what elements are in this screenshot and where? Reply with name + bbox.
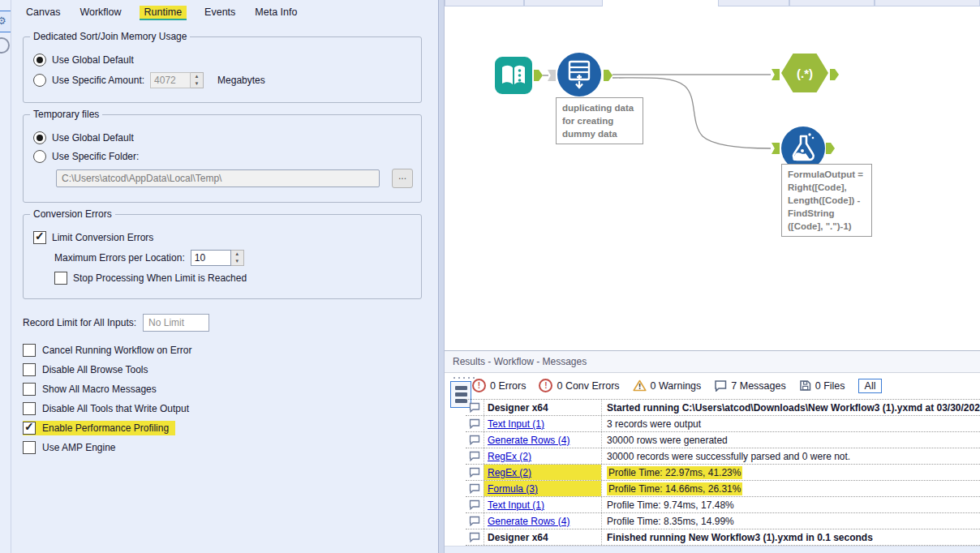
message-bubble-icon [469,402,480,413]
conv-errors-filter[interactable]: ! 0 Conv Errors [539,379,619,392]
table-row[interactable]: Generate Rows (4) Profile Time: 8.35ms, … [466,513,980,529]
option-label: Enable Performance Profiling [42,422,169,434]
message-source-link[interactable]: Text Input (1) [488,499,544,511]
list-icon [455,386,467,390]
tab-runtime[interactable]: Runtime [140,6,187,20]
generate-rows-icon [557,53,601,96]
text-input-tool[interactable] [495,57,532,94]
memory-use-specific-radio[interactable] [33,74,46,87]
temporary-files-group: Temporary files Use Global Default Use S… [23,114,422,203]
disable-browse-checkbox[interactable] [23,363,36,376]
option-amp-engine[interactable]: Use AMP Engine [23,440,122,455]
table-row[interactable]: RegEx (2) 30000 records were successfull… [466,448,980,465]
spinner-up-icon[interactable]: ▲ [191,73,203,80]
message-text: Profile Time: 14.66ms, 26.31% [607,482,742,495]
table-row[interactable]: Formula (3) Profile Time: 14.66ms, 26.31… [466,481,980,497]
formula-annotation[interactable]: FormulaOutput = Right([Code], Length([Co… [781,164,872,237]
memory-amount-spinner[interactable]: 4072 ▲ ▼ [150,72,204,88]
errors-filter[interactable]: ! 0 Errors [472,379,526,392]
option-performance-profiling[interactable]: Enable Performance Profiling [23,421,175,435]
configuration-gear-button[interactable]: ⚙ [0,11,11,32]
warning-icon [633,379,647,392]
amp-engine-checkbox[interactable] [23,441,36,454]
option-show-macro-messages[interactable]: Show All Macro Messages [23,382,163,397]
record-limit-input[interactable]: No Limit [143,314,209,332]
message-source: Designer x64 [488,402,548,414]
messages-filter[interactable]: 7 Messages [714,379,785,392]
memory-usage-group-title: Dedicated Sort/Join Memory Usage [30,31,190,42]
table-row[interactable]: Designer x64 Finished running New Workfl… [466,529,980,546]
max-errors-value[interactable]: 10 [191,250,231,266]
conversion-errors-group-title: Conversion Errors [30,208,115,220]
message-bubble-icon [714,379,727,392]
record-limit-label: Record Limit for All Inputs: [23,317,136,328]
temp-use-specific-radio[interactable] [33,150,46,163]
stop-processing-checkbox[interactable] [54,272,67,285]
temporary-files-group-title: Temporary files [30,109,102,120]
spinner-up-icon[interactable]: ▲ [231,251,243,258]
option-label: Use AMP Engine [42,442,116,453]
tab-events[interactable]: Events [203,6,237,20]
performance-profiling-checkbox[interactable] [23,422,36,435]
message-source: Designer x64 [488,532,548,543]
message-source-link[interactable]: Formula (3) [488,483,538,495]
table-row[interactable]: Text Input (1) 3 records were output [466,416,980,432]
spinner-down-icon[interactable]: ▼ [231,258,243,265]
spinner-down-icon[interactable]: ▼ [191,80,203,88]
table-row[interactable]: RegEx (2) Profile Time: 22.97ms, 41.23% [466,465,980,481]
tab-meta-info[interactable]: Meta Info [253,6,299,20]
message-text: Profile Time: 22.97ms, 41.23% [607,466,742,479]
message-source-link[interactable]: RegEx (2) [488,451,531,462]
text-input-book-icon [495,57,532,94]
message-source-link[interactable]: RegEx (2) [488,467,531,478]
generate-rows-annotation[interactable]: duplicating data for creating dummy data [556,97,643,144]
workflow-canvas[interactable]: duplicating data for creating dummy data… [445,0,980,350]
memory-amount-value[interactable]: 4072 [150,72,191,88]
messages-grid: Designer x64 Started running C:\Users\at… [466,399,980,546]
table-row[interactable]: Generate Rows (4) 30000 rows were genera… [466,432,980,448]
warnings-filter[interactable]: 0 Warnings [633,379,702,392]
tab-workflow[interactable]: Workflow [78,6,122,20]
generate-rows-tool[interactable] [557,53,601,96]
disable-write-output-checkbox[interactable] [23,402,36,415]
message-source-link[interactable]: Text Input (1) [488,418,544,430]
browse-folder-button[interactable]: ... [392,169,413,188]
show-macro-messages-checkbox[interactable] [23,383,36,396]
memory-usage-group: Dedicated Sort/Join Memory Usage Use Glo… [23,36,422,103]
message-text: 30000 records were successfully parsed a… [607,451,850,462]
message-bubble-icon [469,532,480,542]
messages-count: 7 Messages [731,380,785,392]
limit-conversion-errors-checkbox[interactable] [33,231,46,244]
temp-use-global-radio[interactable] [33,131,46,144]
option-disable-write-output[interactable]: Disable All Tools that Write Output [23,401,196,416]
error-icon: ! [472,379,486,392]
message-source-link[interactable]: Generate Rows (4) [488,516,570,527]
message-text: 30000 rows were generated [607,435,728,446]
tab-canvas[interactable]: Canvas [24,6,62,20]
connection-wires [445,0,980,350]
files-filter[interactable]: 0 Files [799,379,845,392]
temp-use-specific-label: Use Specific Folder: [52,151,139,162]
option-cancel-on-error[interactable]: Cancel Running Workflow on Error [23,343,199,358]
runtime-options-list: Cancel Running Workflow on Error Disable… [23,343,438,455]
memory-use-specific-label: Use Specific Amount: [52,75,144,86]
toolbar-drag-handle[interactable] [452,376,478,379]
message-text: Profile Time: 9.74ms, 17.48% [607,499,734,511]
results-bottom-strip [445,546,980,553]
temp-use-global-label: Use Global Default [52,132,134,144]
table-row[interactable]: Text Input (1) Profile Time: 9.74ms, 17.… [466,497,980,513]
conv-errors-count: 0 Conv Errors [557,380,619,392]
info-circle-icon[interactable] [0,37,10,54]
message-source-link[interactable]: Generate Rows (4) [488,435,570,446]
memory-use-global-radio[interactable] [33,54,46,66]
panel-splitter[interactable] [438,0,445,553]
filter-all-button[interactable]: All [858,379,883,393]
message-bubble-icon [469,467,480,478]
message-bubble-icon [469,418,480,429]
conv-error-icon: ! [539,379,552,392]
cancel-on-error-checkbox[interactable] [23,344,36,357]
table-row[interactable]: Designer x64 Started running C:\Users\at… [466,400,980,416]
option-disable-browse[interactable]: Disable All Browse Tools [23,362,155,377]
temp-folder-input[interactable]: C:\Users\atcod\AppData\Local\Temp\ [56,169,380,187]
max-errors-spinner[interactable]: 10 ▲ ▼ [191,250,244,266]
